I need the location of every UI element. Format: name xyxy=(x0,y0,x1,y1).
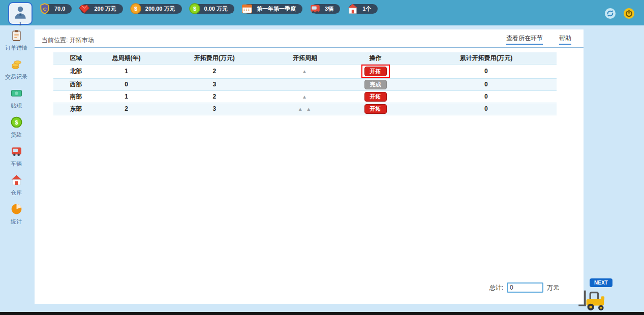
total-unit: 万元 xyxy=(547,284,559,292)
view-stage-link[interactable]: 查看所在环节 xyxy=(506,34,543,45)
svg-text:$: $ xyxy=(15,119,18,125)
sidebar-item-label: 车辆 xyxy=(11,160,22,168)
main-panel: 当前位置: 开拓市场 查看所在环节 帮助 区域 总周期(年) 开拓费用(万元) … xyxy=(35,29,584,304)
region-cell: 东部 xyxy=(53,103,99,115)
table-row-west: 西部 0 3 完成 0 xyxy=(53,78,557,90)
svg-text:$: $ xyxy=(134,6,137,12)
pie-chart-icon xyxy=(11,203,22,217)
develop-button[interactable]: 开拓 xyxy=(364,67,387,76)
truck-icon xyxy=(11,145,22,159)
region-cell: 西部 xyxy=(53,78,99,90)
total-cycle-cell: 2 xyxy=(99,103,154,115)
forklift-icon xyxy=(578,288,608,313)
col-header-dev-cycle: 开拓周期 xyxy=(275,52,335,64)
cycle-progress: ▲ ▲ xyxy=(275,103,335,115)
svg-text:C: C xyxy=(43,6,46,12)
breadcrumb: 当前位置: 开拓市场 xyxy=(42,36,94,45)
cycle-progress: ▲ xyxy=(275,64,335,78)
sidebar-item-discount[interactable]: 贴现 xyxy=(11,87,22,110)
credit-score-badge: C 70.0 xyxy=(41,4,72,14)
sidebar-item-label: 贷款 xyxy=(11,131,22,139)
date-badge: 第一年第一季度 xyxy=(243,4,302,14)
sidebar-item-vehicles[interactable]: 车辆 xyxy=(11,145,22,168)
avatar-number: 1 xyxy=(19,21,21,26)
vehicle-badge: 3辆 xyxy=(311,4,340,14)
sidebar-item-loan[interactable]: $ 贷款 xyxy=(11,116,22,139)
done-button[interactable]: 完成 xyxy=(364,80,387,89)
sidebar-item-label: 贴现 xyxy=(11,102,22,110)
col-header-action: 操作 xyxy=(335,52,415,64)
develop-button[interactable]: 开拓 xyxy=(364,104,387,114)
sidebar: 订单详情 交易记录 贴现 $ 贷款 车辆 xyxy=(0,29,33,226)
cost-cell: 3 xyxy=(154,78,275,90)
loan-coin-icon: $ xyxy=(11,116,22,130)
cumulative-cell: 0 xyxy=(416,78,557,90)
cost-cell: 3 xyxy=(154,103,275,115)
gem-badge: 200 万元 xyxy=(80,4,122,14)
cumulative-cell: 0 xyxy=(416,103,557,115)
badge-label: 200 万元 xyxy=(94,6,116,12)
house-icon xyxy=(347,3,358,14)
cost-cell: 2 xyxy=(154,64,275,78)
table-row-north: 北部 1 2 ▲ 开拓 0 xyxy=(53,64,557,78)
col-header-cost: 开拓费用(万元) xyxy=(154,52,275,64)
sidebar-item-order-details[interactable]: 订单详情 xyxy=(5,29,27,52)
gem-icon xyxy=(79,3,90,14)
col-header-total-cycle: 总周期(年) xyxy=(99,52,154,64)
cumulative-cell: 0 xyxy=(416,64,557,78)
badge-label: 3辆 xyxy=(325,6,333,12)
person-icon xyxy=(13,3,28,21)
cash-badge: $ 200.00 万元 xyxy=(132,4,182,14)
total-label: 总计: xyxy=(489,284,503,292)
cycle-progress xyxy=(275,78,335,90)
bottom-bar xyxy=(0,312,644,315)
total-cycle-cell: 0 xyxy=(99,78,154,90)
table-header-row: 区域 总周期(年) 开拓费用(万元) 开拓周期 操作 累计开拓费用(万元) xyxy=(53,52,557,64)
cycle-progress: ▲ xyxy=(275,90,335,103)
avatar[interactable]: 1 xyxy=(8,2,33,25)
green-cash-badge: $ 0.00 万元 xyxy=(191,4,234,14)
develop-button[interactable]: 开拓 xyxy=(364,92,387,102)
col-header-cumulative: 累计开拓费用(万元) xyxy=(416,52,557,64)
shield-coin-icon: C xyxy=(39,3,50,14)
total-row: 总计: 万元 xyxy=(489,282,559,293)
power-button[interactable] xyxy=(623,8,635,19)
svg-text:$: $ xyxy=(193,6,196,12)
coins-icon xyxy=(11,58,22,72)
next-button[interactable]: NEXT xyxy=(590,278,612,287)
sidebar-item-label: 统计 xyxy=(11,218,22,226)
sidebar-item-warehouse[interactable]: 仓库 xyxy=(11,174,22,197)
refresh-button[interactable] xyxy=(604,8,616,19)
sidebar-item-transactions[interactable]: 交易记录 xyxy=(5,58,27,81)
truck-icon xyxy=(310,3,321,14)
region-cell: 南部 xyxy=(53,90,99,103)
table-row-south: 南部 1 2 ▲ 开拓 0 xyxy=(53,90,557,103)
gold-coin-icon: $ xyxy=(130,3,141,14)
total-input[interactable] xyxy=(507,282,543,293)
warehouse-icon xyxy=(11,174,22,188)
sidebar-item-label: 仓库 xyxy=(11,189,22,197)
col-header-region: 区域 xyxy=(53,52,99,64)
badge-label: 70.0 xyxy=(54,6,65,12)
market-table: 区域 总周期(年) 开拓费用(万元) 开拓周期 操作 累计开拓费用(万元) 北部… xyxy=(53,52,557,115)
app-window: 1 C 70.0 200 万元 $ 200.00 万元 xyxy=(0,0,644,315)
status-badges: C 70.0 200 万元 $ 200.00 万元 $ 0.00 xyxy=(41,4,378,14)
topbar-actions xyxy=(604,8,635,19)
breadcrumb-row: 当前位置: 开拓市场 查看所在环节 帮助 xyxy=(35,29,584,48)
top-bar: 1 C 70.0 200 万元 $ 200.00 万元 xyxy=(0,0,644,25)
sidebar-item-statistics[interactable]: 统计 xyxy=(11,203,22,226)
sidebar-item-label: 订单详情 xyxy=(5,44,27,52)
green-coin-icon: $ xyxy=(189,3,200,14)
calendar-icon xyxy=(241,3,253,14)
cumulative-cell: 0 xyxy=(416,90,557,103)
badge-label: 200.00 万元 xyxy=(145,6,175,12)
help-link[interactable]: 帮助 xyxy=(559,34,571,45)
banknote-icon xyxy=(11,87,22,101)
highlight-box: 开拓 xyxy=(361,65,390,78)
table-row-east: 东部 2 3 ▲ ▲ 开拓 0 xyxy=(53,103,557,115)
clipboard-icon xyxy=(11,29,22,43)
badge-label: 0.00 万元 xyxy=(204,6,228,12)
total-cycle-cell: 1 xyxy=(99,90,154,103)
badge-label: 第一年第一季度 xyxy=(257,6,296,12)
badge-label: 1个 xyxy=(362,6,371,12)
